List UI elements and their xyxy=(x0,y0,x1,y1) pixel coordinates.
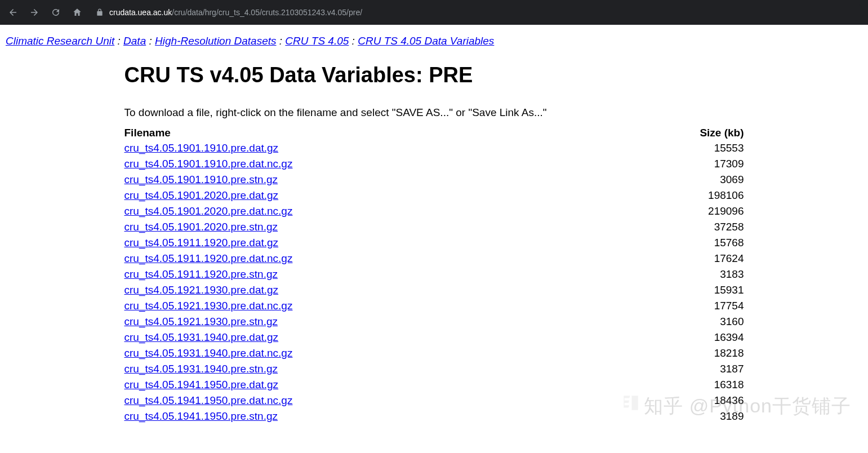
arrow-left-icon xyxy=(8,7,18,17)
table-row: cru_ts4.05.1941.1950.pre.dat.nc.gz18436 xyxy=(124,393,744,408)
table-row: cru_ts4.05.1921.1930.pre.dat.nc.gz17754 xyxy=(124,298,744,314)
file-link[interactable]: cru_ts4.05.1901.2020.pre.dat.gz xyxy=(124,189,279,201)
file-link[interactable]: cru_ts4.05.1901.2020.pre.stn.gz xyxy=(124,221,278,233)
column-header-filename: Filename xyxy=(124,126,616,140)
file-size: 16394 xyxy=(616,330,744,345)
file-size: 15768 xyxy=(616,235,744,251)
file-size: 17624 xyxy=(616,251,744,267)
breadcrumb-link[interactable]: Climatic Research Unit xyxy=(6,35,114,47)
page-title: CRU TS v4.05 Data Variables: PRE xyxy=(124,63,744,87)
table-row: cru_ts4.05.1931.1940.pre.dat.gz16394 xyxy=(124,330,744,345)
file-link[interactable]: cru_ts4.05.1931.1940.pre.dat.nc.gz xyxy=(124,347,293,359)
file-size: 37258 xyxy=(616,219,744,235)
file-table: Filename Size (kb) cru_ts4.05.1901.1910.… xyxy=(124,126,744,424)
file-link[interactable]: cru_ts4.05.1901.2020.pre.dat.nc.gz xyxy=(124,205,293,217)
file-link[interactable]: cru_ts4.05.1901.1910.pre.dat.gz xyxy=(124,142,279,154)
home-button[interactable] xyxy=(69,4,86,21)
file-link[interactable]: cru_ts4.05.1921.1930.pre.stn.gz xyxy=(124,316,278,327)
breadcrumb-link[interactable]: CRU TS 4.05 xyxy=(285,35,349,47)
file-size: 15553 xyxy=(616,140,744,156)
file-size: 3187 xyxy=(616,361,744,377)
file-link[interactable]: cru_ts4.05.1901.1910.pre.stn.gz xyxy=(124,174,278,185)
file-link[interactable]: cru_ts4.05.1901.1910.pre.dat.nc.gz xyxy=(124,158,293,170)
back-button[interactable] xyxy=(5,4,21,21)
instruction-text: To download a file, right-click on the f… xyxy=(124,106,744,119)
file-link[interactable]: cru_ts4.05.1911.1920.pre.stn.gz xyxy=(124,268,278,280)
table-row: cru_ts4.05.1911.1920.pre.stn.gz3183 xyxy=(124,267,744,282)
table-row: cru_ts4.05.1931.1940.pre.dat.nc.gz18218 xyxy=(124,345,744,361)
url-path: /cru/data/hrg/cru_ts_4.05/cruts.21030512… xyxy=(172,8,362,17)
table-row: cru_ts4.05.1931.1940.pre.stn.gz3187 xyxy=(124,361,744,377)
forward-button[interactable] xyxy=(26,4,43,21)
reload-icon xyxy=(51,7,61,17)
table-row: cru_ts4.05.1901.2020.pre.stn.gz37258 xyxy=(124,219,744,235)
breadcrumb-link[interactable]: CRU TS 4.05 Data Variables xyxy=(358,35,494,47)
browser-toolbar: crudata.uea.ac.uk/cru/data/hrg/cru_ts_4.… xyxy=(0,0,868,25)
table-row: cru_ts4.05.1921.1930.pre.stn.gz3160 xyxy=(124,314,744,330)
file-link[interactable]: cru_ts4.05.1921.1930.pre.dat.gz xyxy=(124,284,279,296)
breadcrumb-separator: : xyxy=(146,35,155,47)
breadcrumb-link[interactable]: High-Resolution Datasets xyxy=(155,35,276,47)
breadcrumb-separator: : xyxy=(349,35,358,47)
lock-icon xyxy=(96,8,104,16)
file-size: 18436 xyxy=(616,393,744,408)
table-row: cru_ts4.05.1911.1920.pre.dat.gz15768 xyxy=(124,235,744,251)
file-size: 3160 xyxy=(616,314,744,330)
file-link[interactable]: cru_ts4.05.1941.1950.pre.dat.nc.gz xyxy=(124,394,293,406)
url-host: crudata.uea.ac.uk xyxy=(109,8,172,17)
arrow-right-icon xyxy=(29,7,39,17)
table-row: cru_ts4.05.1911.1920.pre.dat.nc.gz17624 xyxy=(124,251,744,267)
home-icon xyxy=(72,7,82,17)
file-size: 18218 xyxy=(616,345,744,361)
table-row: cru_ts4.05.1901.1910.pre.stn.gz3069 xyxy=(124,172,744,188)
file-link[interactable]: cru_ts4.05.1941.1950.pre.stn.gz xyxy=(124,410,278,422)
table-row: cru_ts4.05.1901.1910.pre.dat.gz15553 xyxy=(124,140,744,156)
breadcrumb-link[interactable]: Data xyxy=(123,35,146,47)
file-size: 3189 xyxy=(616,408,744,424)
file-link[interactable]: cru_ts4.05.1911.1920.pre.dat.nc.gz xyxy=(124,252,293,264)
file-size: 3069 xyxy=(616,172,744,188)
column-header-size: Size (kb) xyxy=(616,126,744,140)
file-size: 17754 xyxy=(616,298,744,314)
file-link[interactable]: cru_ts4.05.1941.1950.pre.dat.gz xyxy=(124,379,279,390)
table-row: cru_ts4.05.1901.1910.pre.dat.nc.gz17309 xyxy=(124,156,744,172)
file-size: 17309 xyxy=(616,156,744,172)
table-row: cru_ts4.05.1921.1930.pre.dat.gz15931 xyxy=(124,282,744,298)
main-content: CRU TS v4.05 Data Variables: PRE To down… xyxy=(124,63,744,424)
page-body: Climatic Research Unit : Data : High-Res… xyxy=(0,25,868,441)
file-link[interactable]: cru_ts4.05.1921.1930.pre.dat.nc.gz xyxy=(124,300,293,312)
file-link[interactable]: cru_ts4.05.1911.1920.pre.dat.gz xyxy=(124,237,279,248)
breadcrumb: Climatic Research Unit : Data : High-Res… xyxy=(6,35,862,47)
table-row: cru_ts4.05.1901.2020.pre.dat.nc.gz219096 xyxy=(124,203,744,219)
file-size: 3183 xyxy=(616,267,744,282)
file-size: 15931 xyxy=(616,282,744,298)
reload-button[interactable] xyxy=(47,4,64,21)
file-size: 198106 xyxy=(616,188,744,203)
table-row: cru_ts4.05.1941.1950.pre.dat.gz16318 xyxy=(124,377,744,393)
breadcrumb-separator: : xyxy=(114,35,123,47)
address-bar[interactable]: crudata.uea.ac.uk/cru/data/hrg/cru_ts_4.… xyxy=(90,4,863,21)
table-row: cru_ts4.05.1901.2020.pre.dat.gz198106 xyxy=(124,188,744,203)
breadcrumb-separator: : xyxy=(277,35,286,47)
file-link[interactable]: cru_ts4.05.1931.1940.pre.stn.gz xyxy=(124,363,278,375)
file-link[interactable]: cru_ts4.05.1931.1940.pre.dat.gz xyxy=(124,331,279,343)
url-text: crudata.uea.ac.uk/cru/data/hrg/cru_ts_4.… xyxy=(109,8,362,17)
table-row: cru_ts4.05.1941.1950.pre.stn.gz3189 xyxy=(124,408,744,424)
file-size: 219096 xyxy=(616,203,744,219)
file-size: 16318 xyxy=(616,377,744,393)
